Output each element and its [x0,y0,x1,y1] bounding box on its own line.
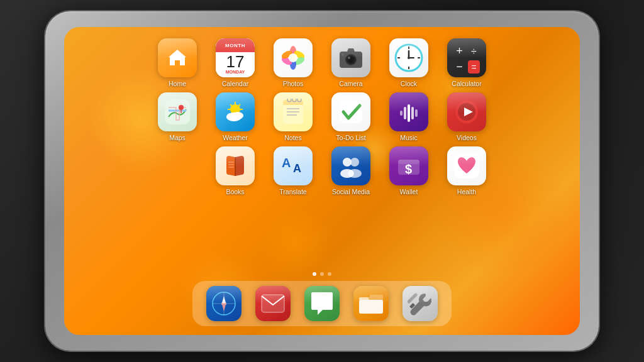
app-clock-label: Clock [401,80,417,87]
app-books[interactable]: Books [210,146,260,195]
app-music[interactable]: Music [384,92,434,141]
app-music-label: Music [400,134,417,141]
svg-point-21 [408,57,410,59]
app-row-3: Books A A Translate [152,146,492,195]
app-calculator-label: Calculator [452,80,481,87]
dock [192,281,452,326]
clock-icon [394,43,423,72]
calendar-month: MONTH [216,38,255,52]
svg-point-57 [343,158,352,167]
home-icon [166,47,189,69]
app-row-2: Maps [152,92,492,141]
svg-rect-22 [165,99,190,124]
svg-point-12 [348,57,350,59]
svg-point-58 [350,158,359,167]
camera-icon [338,47,364,69]
app-camera[interactable]: Camera [326,38,376,87]
app-calculator[interactable]: + ÷ − = Calculator [441,38,492,87]
app-todo[interactable]: To-Do List [326,92,376,141]
svg-point-0 [290,46,296,57]
svg-point-32 [227,113,235,119]
videos-icon [453,98,480,126]
app-home-label: Home [169,80,186,87]
svg-rect-47 [415,109,418,117]
social-icon [337,152,365,180]
dock-tools[interactable] [399,286,441,321]
page-dots [313,272,331,276]
svg-rect-70 [262,295,284,312]
app-social-label: Social Media [332,188,370,195]
svg-point-60 [348,169,362,178]
app-maps[interactable]: Maps [152,92,203,141]
svg-point-7 [290,55,296,61]
maps-icon [164,98,191,126]
svg-rect-71 [359,300,383,314]
translate-icon: A A [279,152,307,180]
app-wallet-label: Wallet [400,188,418,195]
svg-rect-35 [283,104,303,105]
weather-icon [221,98,249,126]
app-videos-label: Videos [457,134,477,141]
tablet-screen: Home MONTH 17 MONDAY Calendar [64,27,580,335]
app-notes[interactable]: Notes [268,92,318,141]
svg-point-13 [341,53,344,56]
app-home[interactable]: Home [152,38,203,87]
files-icon [358,292,384,315]
svg-marker-68 [221,296,226,305]
dot-1 [313,272,316,276]
tablet-device: Home MONTH 17 MONDAY Calendar [45,11,599,351]
app-health[interactable]: Health [441,146,492,195]
notes-icon [280,99,306,125]
app-calendar-label: Calendar [222,80,249,87]
svg-rect-62 [398,160,419,164]
svg-rect-34 [283,100,303,105]
dot-2 [320,272,324,276]
app-weather-label: Weather [223,134,248,141]
svg-line-28 [230,104,232,106]
dock-files[interactable] [350,286,392,321]
calendar-day-number: 17 [226,53,245,70]
screen-content: Home MONTH 17 MONDAY Calendar [64,27,580,335]
svg-text:$: $ [405,162,412,176]
tools-icon [408,291,433,316]
svg-line-26 [239,104,241,106]
app-weather[interactable]: Weather [210,92,260,141]
app-clock[interactable]: Clock [384,38,434,87]
app-videos[interactable]: Videos [441,92,492,141]
dock-mail[interactable] [252,286,294,321]
app-photos[interactable]: Photos [268,38,318,87]
books-icon [223,153,248,178]
app-translate-label: Translate [279,188,306,195]
wallet-icon: $ [396,155,421,177]
svg-text:A: A [282,156,291,170]
svg-point-39 [287,99,291,102]
app-wallet[interactable]: $ Wallet [384,146,434,195]
health-icon [453,152,480,180]
app-books-label: Books [226,188,244,195]
app-maps-label: Maps [169,134,186,141]
app-photos-label: Photos [283,80,304,87]
dock-messages[interactable] [301,286,343,321]
svg-rect-72 [408,293,418,304]
svg-text:A: A [293,162,301,175]
app-social[interactable]: Social Media [326,146,376,195]
app-row-1: Home MONTH 17 MONDAY Calendar [152,38,492,87]
todo-icon [338,99,364,124]
messages-icon [309,291,335,316]
svg-point-40 [292,99,296,102]
dock-safari[interactable] [203,286,245,321]
mail-icon [260,293,286,314]
svg-point-11 [348,57,354,63]
app-calendar[interactable]: MONTH 17 MONDAY Calendar [210,38,260,87]
app-health-label: Health [457,188,476,195]
app-grid: Home MONTH 17 MONDAY Calendar [152,38,492,268]
svg-point-23 [179,105,184,110]
app-todo-label: To-Do List [336,134,365,141]
app-camera-label: Camera [339,80,362,87]
safari-icon [211,291,236,316]
app-translate[interactable]: A A Translate [268,146,318,195]
svg-point-41 [297,99,301,102]
calendar-day-name: MONDAY [226,70,245,74]
svg-rect-45 [408,104,410,122]
music-icon [396,99,421,124]
